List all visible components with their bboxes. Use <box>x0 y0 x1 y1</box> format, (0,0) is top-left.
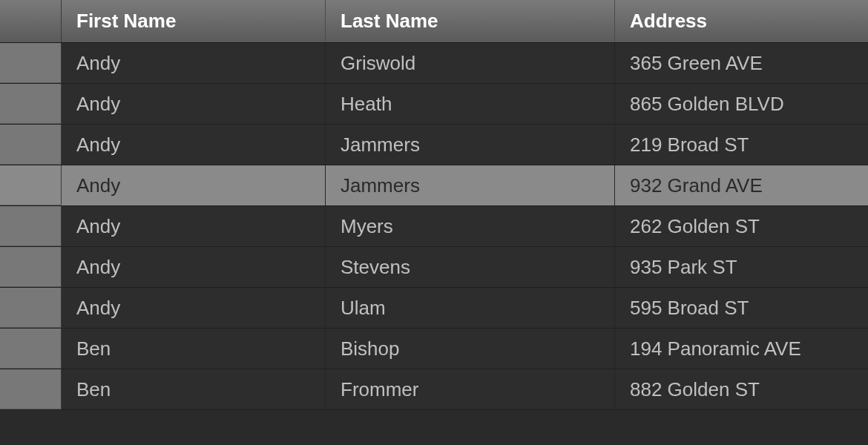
cell-first-name[interactable]: Andy <box>62 43 326 83</box>
table-row[interactable]: AndyUlam595 Broad ST <box>0 288 868 329</box>
cell-first-name[interactable]: Ben <box>62 369 326 409</box>
cell-last-name[interactable]: Griswold <box>326 43 615 83</box>
table-row[interactable]: AndyStevens935 Park ST <box>0 247 868 288</box>
rows-wrapper: AndyGriswold365 Green AVEAndyHeath865 Go… <box>0 43 868 410</box>
table-row[interactable]: BenBishop194 Panoramic AVE <box>0 329 868 369</box>
column-header-address[interactable]: Address <box>615 0 868 42</box>
cell-first-name[interactable]: Andy <box>62 125 326 165</box>
column-header-first-name[interactable]: First Name <box>62 0 326 42</box>
cell-address[interactable]: 365 Green AVE <box>615 43 868 83</box>
row-selector[interactable] <box>0 125 62 165</box>
cell-address[interactable]: 219 Broad ST <box>615 125 868 165</box>
cell-last-name[interactable]: Frommer <box>326 369 615 409</box>
table-row[interactable]: AndyJammers932 Grand AVE <box>0 165 868 206</box>
cell-address[interactable]: 595 Broad ST <box>615 288 868 328</box>
cell-last-name[interactable]: Jammers <box>326 125 615 165</box>
cell-first-name[interactable]: Andy <box>62 288 326 328</box>
cell-last-name[interactable]: Stevens <box>326 247 615 287</box>
row-selector[interactable] <box>0 206 62 246</box>
row-selector[interactable] <box>0 43 62 83</box>
cell-address[interactable]: 932 Grand AVE <box>615 165 868 205</box>
header-row: First Name Last Name Address <box>0 0 868 43</box>
column-header-last-name[interactable]: Last Name <box>326 0 615 42</box>
table-row[interactable]: AndyMyers262 Golden ST <box>0 206 868 247</box>
cell-first-name[interactable]: Andy <box>62 84 326 124</box>
select-all-gutter[interactable] <box>0 0 62 42</box>
cell-first-name[interactable]: Andy <box>62 165 326 205</box>
table-row[interactable]: AndyHeath865 Golden BLVD <box>0 84 868 125</box>
row-selector[interactable] <box>0 369 62 409</box>
table-row[interactable]: BenFrommer882 Golden ST <box>0 369 868 410</box>
cell-address[interactable]: 882 Golden ST <box>615 369 868 409</box>
cell-last-name[interactable]: Myers <box>326 206 615 246</box>
cell-last-name[interactable]: Heath <box>326 84 615 124</box>
cell-address[interactable]: 935 Park ST <box>615 247 868 287</box>
row-selector[interactable] <box>0 165 62 205</box>
row-selector[interactable] <box>0 247 62 287</box>
row-selector[interactable] <box>0 84 62 124</box>
row-selector[interactable] <box>0 288 62 328</box>
cell-first-name[interactable]: Andy <box>62 206 326 246</box>
cell-first-name[interactable]: Andy <box>62 247 326 287</box>
cell-address[interactable]: 865 Golden BLVD <box>615 84 868 124</box>
table-row[interactable]: AndyJammers219 Broad ST <box>0 125 868 165</box>
data-grid[interactable]: First Name Last Name Address AndyGriswol… <box>0 0 868 445</box>
cell-last-name[interactable]: Ulam <box>326 288 615 328</box>
cell-address[interactable]: 262 Golden ST <box>615 206 868 246</box>
table-row[interactable]: AndyGriswold365 Green AVE <box>0 43 868 84</box>
cell-first-name[interactable]: Ben <box>62 329 326 369</box>
cell-last-name[interactable]: Jammers <box>326 165 615 205</box>
cell-last-name[interactable]: Bishop <box>326 329 615 369</box>
cell-address[interactable]: 194 Panoramic AVE <box>615 329 868 369</box>
row-selector[interactable] <box>0 329 62 369</box>
